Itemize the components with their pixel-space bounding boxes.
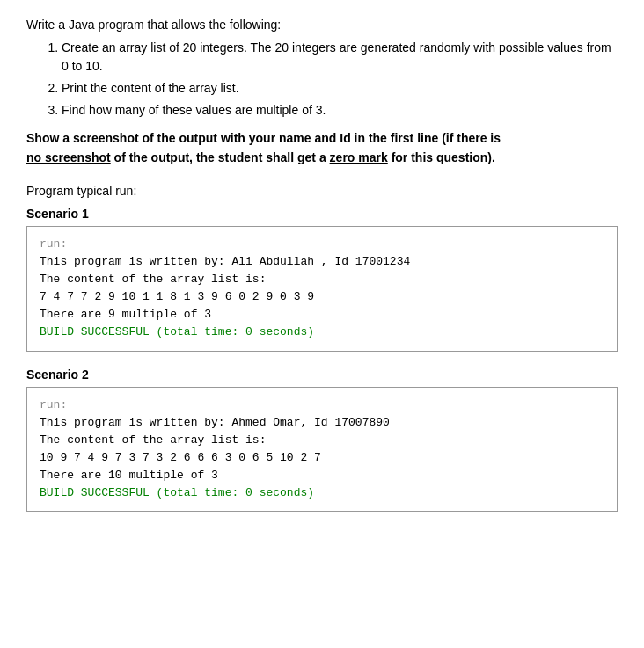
- screenshot-warning: Show a screenshot of the output with you…: [26, 128, 618, 168]
- scenario2-line-1: This program is written by: Ahmed Omar, …: [40, 414, 604, 432]
- warning-text-1: Show a screenshot of the output with you…: [26, 131, 501, 145]
- scenario1-build-line: BUILD SUCCESSFUL (total time: 0 seconds): [40, 324, 604, 341]
- scenario1-run-label: run:: [40, 236, 604, 253]
- scenario2-run-label: run:: [40, 397, 604, 414]
- scenario1-title: Scenario 1: [26, 207, 618, 221]
- scenario1-line-3: 7 4 7 7 2 9 10 1 1 8 1 3 9 6 0 2 9 0 3 9: [40, 288, 604, 306]
- scenario2-title: Scenario 2: [26, 368, 618, 382]
- intro-heading: Write a Java program that allows the fol…: [26, 18, 618, 32]
- warning-text-3: for this question).: [388, 150, 495, 164]
- scenario1-line-4: There are 9 multiple of 3: [40, 306, 604, 324]
- scenario1-line-2: The content of the array list is:: [40, 271, 604, 288]
- scenario1-line-1: This program is written by: Ali Abdullah…: [40, 253, 604, 271]
- scenario2-line-2: The content of the array list is:: [40, 432, 604, 449]
- requirement-2: Print the content of the array list.: [62, 79, 618, 98]
- zero-mark-text: zero mark: [330, 150, 388, 164]
- requirement-1: Create an array list of 20 integers. The…: [62, 39, 618, 76]
- scenario1-code-box: run: This program is written by: Ali Abd…: [26, 226, 618, 352]
- scenario2-code-box: run: This program is written by: Ahmed O…: [26, 387, 618, 513]
- requirements-list: Create an array list of 20 integers. The…: [62, 39, 618, 120]
- scenario2-line-3: 10 9 7 4 9 7 3 7 3 2 6 6 6 3 0 6 5 10 2 …: [40, 449, 604, 467]
- no-screenshot-text: no screenshot: [26, 150, 111, 164]
- warning-text-2: of the output, the student shall get a: [111, 150, 330, 164]
- scenario2-line-4: There are 10 multiple of 3: [40, 467, 604, 484]
- program-run-label: Program typical run:: [26, 184, 618, 198]
- requirement-3: Find how many of these values are multip…: [62, 101, 618, 120]
- scenario2-build-line: BUILD SUCCESSFUL (total time: 0 seconds): [40, 484, 604, 502]
